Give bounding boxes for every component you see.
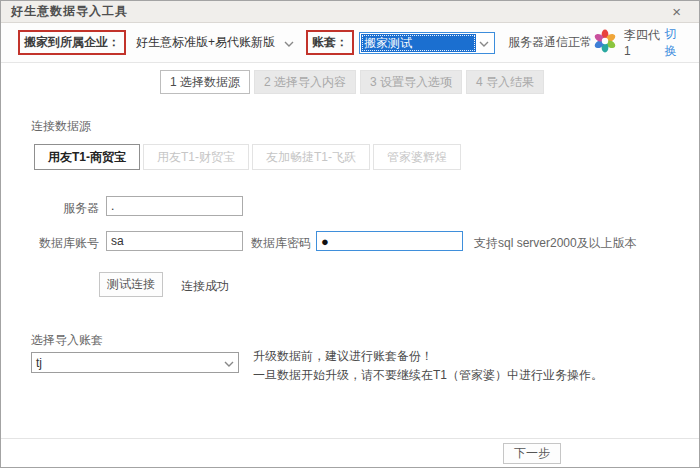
user-avatar-icon <box>592 28 618 57</box>
server-input[interactable] <box>106 196 243 216</box>
select-import-account-title: 选择导入账套 <box>31 332 103 349</box>
migrate-company-label: 搬家到所属企业： <box>18 30 126 55</box>
db-user-input[interactable] <box>106 231 243 251</box>
sql-version-note: 支持sql server2000及以上版本 <box>474 235 637 252</box>
test-connection-button[interactable]: 测试连接 <box>99 272 163 297</box>
datasource-tab-t1-feiyue[interactable]: 友加畅捷T1-飞跃 <box>252 144 370 170</box>
step-tab-1[interactable]: 1 选择数据源 <box>160 70 250 94</box>
close-icon[interactable]: × <box>672 4 681 19</box>
step-tab-2[interactable]: 2 选择导入内容 <box>254 70 356 94</box>
chevron-down-icon <box>479 36 489 50</box>
db-pass-label: 数据库密码 <box>249 235 311 252</box>
account-label: 账套： <box>306 30 354 55</box>
next-step-button[interactable]: 下一步 <box>503 443 561 464</box>
switch-account-link[interactable]: 切换 <box>665 26 685 60</box>
import-account-select[interactable]: tj <box>31 352 239 373</box>
chevron-down-icon <box>224 356 234 370</box>
product-select-value: 好生意标准版+易代账新版 <box>136 34 275 51</box>
product-select[interactable]: 好生意标准版+易代账新版 <box>136 34 294 51</box>
step-tab-4[interactable]: 4 导入结果 <box>466 70 544 94</box>
dialog-title: 好生意数据导入工具 <box>11 3 128 20</box>
account-select[interactable]: 搬家测试 <box>359 32 495 54</box>
chevron-down-icon <box>284 36 294 50</box>
step-tab-3[interactable]: 3 设置导入选项 <box>360 70 462 94</box>
datasource-tab-t1-shangmaobao[interactable]: 用友T1-商贸宝 <box>34 144 140 170</box>
title-bar: 好生意数据导入工具 × <box>1 1 699 23</box>
step-tabs: 1 选择数据源 2 选择导入内容 3 设置导入选项 4 导入结果 <box>160 70 548 94</box>
user-name: 李四代1 <box>624 27 660 58</box>
db-pass-input[interactable]: ● <box>316 231 463 251</box>
footer-bar: 下一步 <box>1 438 699 467</box>
connect-datasource-title: 连接数据源 <box>31 118 91 135</box>
db-user-label: 数据库账号 <box>21 235 99 252</box>
backup-warning-line2: 一旦数据开始升级，请不要继续在T1（管家婆）中进行业务操作。 <box>253 366 603 385</box>
header-row: 搬家到所属企业： 好生意标准版+易代账新版 账套： 搬家测试 服务器通信正常 <box>1 23 699 63</box>
connection-result-text: 连接成功 <box>181 278 229 295</box>
backup-warning-line1: 升级数据前，建议进行账套备份！ <box>253 347 433 366</box>
datasource-tab-t1-caimaobao[interactable]: 用友T1-财贸宝 <box>143 144 249 170</box>
datasource-tabs: 用友T1-商贸宝 用友T1-财贸宝 友加畅捷T1-飞跃 管家婆辉煌 <box>34 144 464 170</box>
server-status: 服务器通信正常 <box>508 34 592 51</box>
datasource-tab-guanjiapo[interactable]: 管家婆辉煌 <box>373 144 461 170</box>
account-select-value: 搬家测试 <box>361 34 476 52</box>
import-tool-dialog: 好生意数据导入工具 × 搬家到所属企业： 好生意标准版+易代账新版 账套： 搬家… <box>0 0 700 468</box>
user-area: 李四代1 切换 <box>592 26 685 60</box>
server-label: 服务器 <box>21 200 99 217</box>
import-account-value: tj <box>36 356 215 370</box>
